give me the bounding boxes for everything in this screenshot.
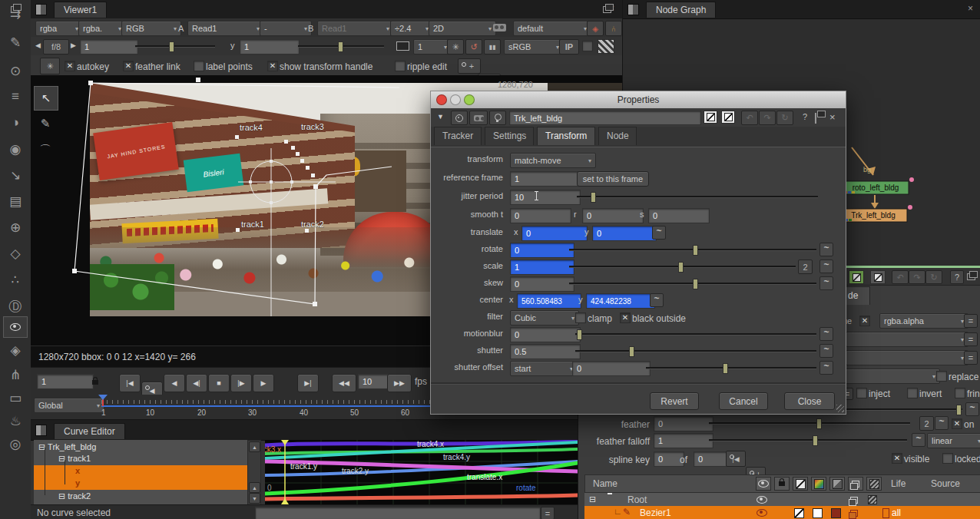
redo-button[interactable]: ↷ <box>759 111 776 125</box>
minimize-window-button[interactable] <box>450 94 461 105</box>
filter-dropdown[interactable]: Cubic▾ <box>510 310 579 326</box>
camera-icon[interactable] <box>493 24 506 31</box>
slider-handle[interactable] <box>816 418 822 429</box>
smooth-t-field[interactable]: 0 <box>510 208 571 223</box>
stop-button[interactable]: ■ <box>208 374 230 392</box>
alpha-channel-dropdown[interactable]: rgba.alpha▾ <box>879 313 968 329</box>
redo-button[interactable]: ↷ <box>909 270 925 284</box>
panel-menu-icon[interactable] <box>35 425 47 436</box>
scroll-up2-button[interactable]: ▲ <box>249 482 260 493</box>
opacity-column-icon[interactable] <box>829 477 845 491</box>
tab-tracker[interactable]: Tracker <box>434 127 482 145</box>
scale-field[interactable]: 1 <box>510 260 574 275</box>
indicators-button[interactable] <box>489 111 506 125</box>
slider-handle[interactable] <box>693 245 698 256</box>
scroll-up-button[interactable]: ▲ <box>249 441 260 452</box>
frame-range-dropdown[interactable]: Global▾ <box>34 398 104 413</box>
wipe-mode-dropdown[interactable]: -▾ <box>260 21 312 36</box>
display-channels-dropdown[interactable]: RGB▾ <box>121 21 181 36</box>
refresh-icon[interactable]: ↺ <box>465 39 482 55</box>
tree-track2-row[interactable]: ⊟ track2 <box>58 491 91 501</box>
tab-node[interactable]: Node <box>598 127 637 145</box>
step-back-button[interactable]: ◀| <box>186 374 207 392</box>
play-button[interactable]: ▶ <box>253 374 274 392</box>
play-backward-button[interactable]: ◀ <box>164 374 185 392</box>
bezier-table-row[interactable]: ∟ ✎ Bezier1 all <box>584 506 980 519</box>
frame-advance-button[interactable]: ▶▶ <box>387 374 412 392</box>
name-column-header[interactable]: Name <box>593 478 617 489</box>
key-add-button[interactable]: + <box>458 58 481 74</box>
channel-eq-button[interactable]: = <box>964 314 978 328</box>
on-checkbox[interactable]: ✕ <box>952 418 962 429</box>
float-panel-icon[interactable] <box>11 6 19 13</box>
black-outside-checkbox[interactable]: ✕ <box>620 312 631 323</box>
feather-field[interactable]: 0 <box>654 416 713 431</box>
toolsets-tool-icon[interactable]: ⋔ <box>0 367 31 383</box>
revert-button[interactable]: Revert <box>650 392 699 410</box>
fstop-button[interactable]: f/8 <box>43 39 69 55</box>
resize-grip[interactable] <box>836 405 844 412</box>
fringe-checkbox[interactable] <box>955 388 965 398</box>
bezier-visibility-toggle[interactable] <box>755 507 769 518</box>
bezier-opacity-swatch[interactable] <box>829 507 843 518</box>
gain-slider[interactable] <box>135 39 215 53</box>
color-tool-icon[interactable]: ◑ <box>0 115 31 131</box>
timeline-ticks[interactable] <box>101 400 432 404</box>
gain-step-right-icon[interactable]: ▶ <box>71 41 76 49</box>
help-button[interactable]: ? <box>950 270 964 284</box>
goto-end-button[interactable]: ▶| <box>297 374 319 392</box>
alpha-layer-dropdown[interactable]: rgba.▾ <box>78 21 126 36</box>
channel-eq-button[interactable]: = <box>964 332 978 346</box>
help-icon[interactable]: ? <box>803 112 807 121</box>
invert-column-icon[interactable] <box>866 477 882 491</box>
curve-editor-tab[interactable]: Curve Editor <box>54 423 125 439</box>
scale-curve-button[interactable]: ~ <box>819 260 833 273</box>
bezier-matte-toggle[interactable] <box>792 507 806 518</box>
camera-button[interactable] <box>469 111 488 125</box>
playhead-marker-icon[interactable] <box>98 395 108 400</box>
extra-tool-icon[interactable]: ◎ <box>0 436 31 452</box>
revert-panel-button[interactable]: ↻ <box>776 111 793 125</box>
slider-handle[interactable] <box>678 262 684 273</box>
pause-icon[interactable]: ▮▮ <box>484 39 501 55</box>
expand-icon[interactable]: ⊟ <box>589 494 596 504</box>
motionblur-slider[interactable] <box>575 327 816 341</box>
bezier-color-swatch[interactable] <box>810 507 824 518</box>
a-input-dropdown[interactable]: Read1▾ <box>187 21 264 36</box>
channel-dropdown-2[interactable]: ▾ <box>846 332 968 347</box>
inject-checkbox[interactable] <box>856 388 867 398</box>
shutter-offset-dropdown[interactable]: start▾ <box>510 361 578 376</box>
other-tool-icon[interactable]: ▭ <box>0 390 31 406</box>
transform-dropdown[interactable]: match-move▾ <box>510 153 596 168</box>
root-table-row[interactable]: ⊟ Root <box>584 493 980 507</box>
life-range-icon[interactable] <box>882 508 889 518</box>
panel-menu-icon[interactable] <box>627 4 639 15</box>
node-name-field[interactable]: Trk_left_bldg <box>509 111 701 125</box>
expand-icon[interactable]: ⊟ <box>58 491 65 501</box>
time-tool-icon[interactable]: ⊙ <box>0 63 31 79</box>
slider-handle[interactable] <box>169 41 174 52</box>
close-properties-icon[interactable]: × <box>829 111 836 123</box>
draw-tool-icon[interactable]: ✎ <box>0 35 31 51</box>
autokey-checkbox[interactable]: ✕ <box>65 61 75 71</box>
view-mode-dropdown[interactable]: 2D▾ <box>429 21 496 36</box>
clamp-checkbox[interactable] <box>575 312 586 323</box>
tree-x-row[interactable]: x <box>34 465 247 478</box>
feather-link-checkbox[interactable]: ✕ <box>123 61 134 71</box>
center-view-button[interactable] <box>451 111 468 125</box>
gain-step-left-icon[interactable]: ◀ <box>35 41 41 49</box>
curve-playhead[interactable] <box>281 440 289 504</box>
zoom-window-button[interactable] <box>464 94 475 105</box>
translate-y-field[interactable]: 0 <box>592 226 657 241</box>
root-visibility-toggle[interactable] <box>755 494 769 505</box>
transform-tool-icon[interactable]: ⊕ <box>0 220 31 236</box>
keyer-tool-icon[interactable]: ↘ <box>0 167 31 183</box>
undo-button[interactable]: ↶ <box>892 270 909 284</box>
scale-slider[interactable] <box>569 260 796 273</box>
rotate-curve-button[interactable]: ~ <box>819 243 833 256</box>
skew-field[interactable]: 0 <box>510 276 574 292</box>
channel-mask-toggle[interactable] <box>704 111 717 124</box>
layer-dropdown[interactable]: rgba▾ <box>35 21 83 36</box>
wipe-icon[interactable]: ⑃ <box>605 21 622 36</box>
shutter-curve-button[interactable]: ~ <box>819 344 833 358</box>
